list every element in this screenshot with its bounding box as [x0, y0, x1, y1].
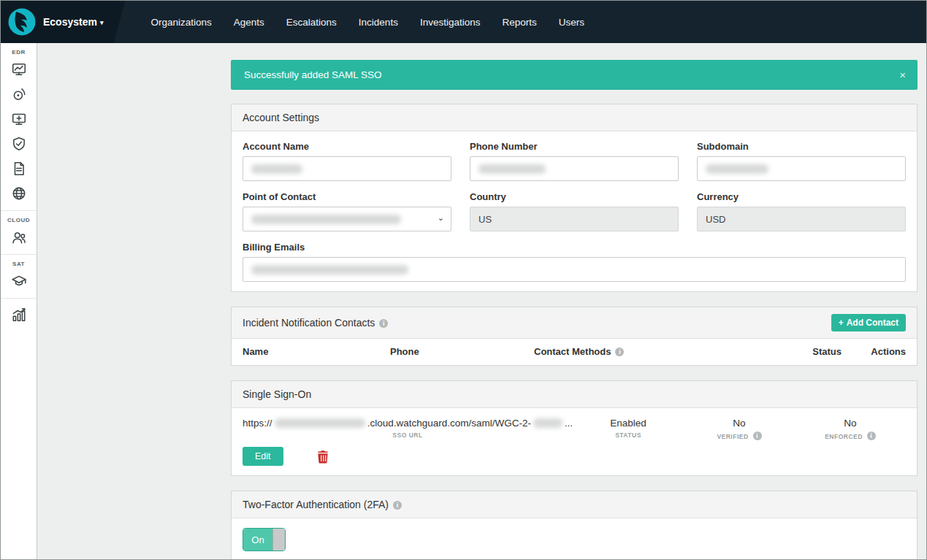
sso-verified-stat: No VERIFIED — [684, 418, 795, 440]
cloud-section-label: CLOUD — [1, 217, 37, 223]
twofa-body: On Enable Huntress 2FA for this account — [232, 518, 917, 559]
phone-number-label: Phone Number — [470, 141, 679, 152]
ecosystem-label: Ecosystem — [43, 16, 97, 28]
twofa-toggle[interactable]: On — [243, 528, 286, 551]
billing-emails-input[interactable] — [243, 257, 906, 282]
bar-chart-growth-icon[interactable] — [1, 302, 37, 327]
nav-item-agents[interactable]: Agents — [223, 10, 275, 34]
point-of-contact-label: Point of Contact — [243, 191, 451, 202]
country-label: Country — [470, 191, 679, 202]
point-of-contact-field: Point of Contact ⌄ — [243, 191, 451, 231]
nav-item-incidents[interactable]: Incidents — [348, 10, 409, 34]
info-icon[interactable] — [393, 501, 402, 510]
country-value: US — [470, 207, 679, 231]
nav-item-organizations[interactable]: Organizations — [140, 10, 222, 34]
incident-contacts-header: Incident Notification Contacts +Add Cont… — [232, 307, 917, 339]
account-settings-title: Account Settings — [243, 112, 319, 123]
edr-section-label: EDR — [1, 49, 37, 55]
success-banner-message: Successfully added SAML SSO — [244, 69, 382, 80]
delete-sso-trash-icon[interactable] — [317, 450, 329, 464]
billing-emails-field: Billing Emails — [243, 242, 906, 282]
currency-value: USD — [697, 207, 906, 231]
redacted-value — [478, 164, 546, 174]
sso-url-value: https://.cloud.watchguard.com/saml/WGC-2… — [243, 418, 573, 429]
edit-sso-button[interactable]: Edit — [243, 447, 283, 466]
sso-verified-caption: VERIFIED — [684, 431, 795, 440]
close-icon[interactable]: × — [899, 69, 906, 80]
account-name-field: Account Name — [243, 141, 451, 181]
phone-number-field: Phone Number — [470, 141, 679, 181]
nav-item-reports[interactable]: Reports — [491, 10, 547, 34]
comet-icon[interactable] — [1, 82, 37, 107]
sidebar-section-sat: SAT — [1, 254, 37, 298]
twofa-toggle-on-label: On — [243, 529, 272, 551]
chevron-down-icon: ⌄ — [438, 213, 444, 223]
info-icon[interactable] — [753, 431, 762, 440]
subdomain-field: Subdomain — [697, 141, 906, 181]
sidebar-section-edr: EDR — [1, 43, 37, 210]
sso-status-caption: STATUS — [573, 431, 684, 439]
incident-contacts-card: Incident Notification Contacts +Add Cont… — [231, 307, 918, 366]
info-icon[interactable] — [615, 348, 624, 356]
add-contact-button[interactable]: +Add Contact — [831, 314, 906, 331]
account-settings-header: Account Settings — [232, 104, 917, 131]
account-settings-body: Account Name Phone Number Subdomain Poin… — [232, 131, 917, 291]
main-content: Successfully added SAML SSO × Account Se… — [37, 43, 926, 559]
plus-icon: + — [839, 318, 844, 328]
sso-url-middle: .cloud.watchguard.com/saml/WGC-2- — [367, 418, 531, 429]
sso-body: https://.cloud.watchguard.com/saml/WGC-2… — [232, 408, 917, 475]
redacted-value — [706, 164, 768, 174]
twofa-header: Two-Factor Authentication (2FA) — [232, 491, 917, 518]
shield-icon[interactable] — [1, 131, 37, 156]
sso-url-block: https://.cloud.watchguard.com/saml/WGC-2… — [243, 418, 573, 439]
sso-url-caption: SSO URL — [243, 431, 573, 439]
phone-number-input[interactable] — [470, 156, 679, 181]
sso-status-stat: Enabled STATUS — [573, 418, 684, 440]
point-of-contact-select[interactable]: ⌄ — [243, 207, 451, 231]
column-phone: Phone — [390, 346, 534, 357]
currency-field: Currency USD — [697, 191, 906, 231]
user-group-icon[interactable] — [1, 225, 37, 250]
sidebar-section-reports — [1, 298, 37, 331]
billing-emails-label: Billing Emails — [243, 242, 906, 253]
contacts-table-header: Name Phone Contact Methods Status Action… — [232, 339, 917, 365]
sso-url-ellipsis: ... — [565, 418, 573, 429]
monitor-plus-icon[interactable] — [1, 107, 37, 131]
ecosystem-menu[interactable]: Ecosystem▾ — [43, 16, 103, 28]
monitor-chart-icon[interactable] — [1, 57, 37, 82]
twofa-card: Two-Factor Authentication (2FA) On Enabl… — [231, 491, 918, 559]
redacted-value — [251, 164, 302, 174]
column-contact-methods: Contact Methods — [534, 346, 761, 357]
nav-item-users[interactable]: Users — [548, 10, 595, 34]
sat-section-label: SAT — [1, 261, 37, 267]
report-document-icon[interactable] — [1, 156, 37, 181]
account-settings-card: Account Settings Account Name Phone Numb… — [231, 104, 918, 292]
info-icon[interactable] — [379, 319, 388, 328]
nav-item-investigations[interactable]: Investigations — [409, 10, 492, 34]
nav-item-escalations[interactable]: Escalations — [275, 10, 348, 34]
column-actions: Actions — [842, 346, 906, 357]
sso-enforced-caption: ENFORCED — [795, 431, 906, 440]
sso-enforced-value: No — [795, 418, 906, 429]
redacted-value — [251, 215, 401, 224]
info-icon[interactable] — [867, 431, 876, 440]
account-name-input[interactable] — [243, 156, 451, 181]
sso-verified-value: No — [684, 418, 795, 429]
sso-enforced-stat: No ENFORCED — [795, 418, 906, 440]
app-window: Ecosystem▾ Organizations Agents Escalati… — [0, 0, 927, 560]
subdomain-input[interactable] — [697, 156, 906, 181]
country-field: Country US — [470, 191, 679, 231]
redacted-value — [533, 418, 562, 428]
currency-label: Currency — [697, 191, 906, 202]
globe-icon[interactable] — [1, 181, 37, 206]
column-status: Status — [761, 346, 842, 357]
sso-status-value: Enabled — [573, 418, 684, 429]
sso-url-prefix: https:// — [243, 418, 272, 429]
graduation-cap-icon[interactable] — [1, 269, 37, 294]
success-banner: Successfully added SAML SSO × — [231, 60, 918, 90]
sso-title: Single Sign-On — [243, 388, 311, 400]
twofa-toggle-handle[interactable] — [272, 529, 285, 551]
sso-card: Single Sign-On https://.cloud.watchguard… — [231, 380, 918, 476]
huntress-logo-icon[interactable] — [8, 8, 36, 36]
subdomain-label: Subdomain — [697, 141, 906, 152]
